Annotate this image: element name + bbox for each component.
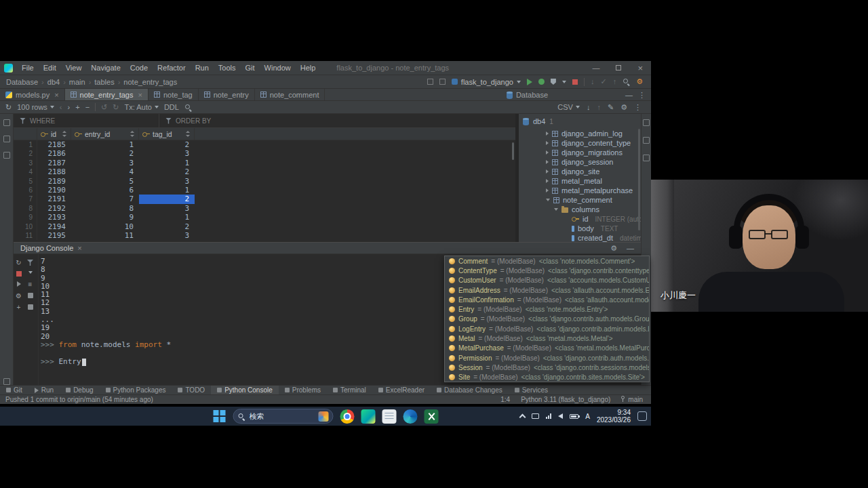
table-row[interactable]: 6219061 <box>14 186 515 195</box>
cell-id[interactable]: 2185 <box>37 140 71 149</box>
table-row[interactable]: 8219283 <box>14 204 515 213</box>
cell-entry-id[interactable]: 6 <box>71 186 139 195</box>
chevron-right-icon[interactable] <box>546 160 549 164</box>
order-by-filter[interactable]: ORDER BY <box>159 114 217 127</box>
next-page-icon[interactable]: › <box>68 104 71 111</box>
history-icon[interactable] <box>28 304 33 310</box>
scroll-down-icon[interactable] <box>28 271 33 274</box>
close-console-icon[interactable]: × <box>77 244 81 252</box>
chevron-right-icon[interactable] <box>546 131 549 136</box>
search-everywhere-icon[interactable] <box>623 78 630 85</box>
tab-note_entry[interactable]: note_entry <box>199 89 255 100</box>
cell-id[interactable]: 2187 <box>37 159 71 167</box>
tree-column-created_dt[interactable]: created_dtdatetime <box>519 233 641 242</box>
battery-icon[interactable] <box>570 414 578 419</box>
completion-item[interactable]: Site= (ModelBase)<class 'django.contrib.… <box>445 373 649 382</box>
taskbar-clock[interactable]: 9:34 2023/03/26 <box>597 409 631 424</box>
completion-item[interactable]: Session= (ModelBase)<class 'django.contr… <box>445 363 649 372</box>
transaction-mode-dropdown[interactable]: Tx: Auto <box>125 103 159 111</box>
settings-gear-icon[interactable]: ⚙ <box>636 78 643 85</box>
commit-icon[interactable]: ✓ <box>600 78 606 85</box>
chevron-right-icon[interactable] <box>546 169 549 174</box>
cell-id[interactable]: 2191 <box>37 195 71 203</box>
cell-id[interactable]: 2188 <box>37 167 71 176</box>
resume-icon[interactable] <box>17 281 21 287</box>
menu-git[interactable]: Git <box>241 64 260 72</box>
tree-column-id[interactable]: idINTEGER (auto incre <box>519 214 641 224</box>
completion-item[interactable]: Metal= (ModelBase)<class 'metal.models.M… <box>445 333 649 343</box>
start-button[interactable] <box>213 409 226 423</box>
tree-table-django_admin_log[interactable]: django_admin_log <box>519 129 641 138</box>
database-root[interactable]: db4 1 <box>519 114 641 129</box>
toolwindow-button-problems[interactable]: Problems <box>279 386 327 394</box>
completion-item[interactable]: CustomUser= (ModelBase)<class 'accounts.… <box>445 276 649 285</box>
table-row[interactable]: 1218512 <box>14 140 515 149</box>
completion-item[interactable]: ContentType= (ModelBase)<class 'django.c… <box>445 266 649 275</box>
display-tray-icon[interactable] <box>532 413 539 419</box>
console-gear-icon[interactable]: ⚙ <box>16 293 22 300</box>
tree-table-metal_metal[interactable]: metal_metal <box>519 176 641 186</box>
completion-item[interactable]: MetalPurchase= (ModelBase)<class 'metal.… <box>445 344 649 353</box>
toolwindow-button-run[interactable]: Run <box>28 386 60 394</box>
close-icon[interactable]: × <box>637 63 643 73</box>
minimize-console-icon[interactable]: — <box>627 245 634 252</box>
menu-run[interactable]: Run <box>191 64 214 72</box>
panel-options-icon[interactable]: ⋮ <box>638 92 646 99</box>
menu-view[interactable]: View <box>61 64 87 72</box>
tab-note_comment[interactable]: note_comment <box>255 89 326 100</box>
table-row[interactable]: 3218731 <box>14 159 515 167</box>
cell-id[interactable]: 2195 <box>37 231 71 240</box>
project-toolwindow-icon[interactable] <box>3 119 10 126</box>
table-row[interactable]: 102194102 <box>14 222 515 231</box>
tree-columns-node[interactable]: columns <box>519 205 641 214</box>
table-row[interactable]: 5218953 <box>14 177 515 186</box>
stop-button[interactable] <box>572 79 578 85</box>
toolwindow-button-database-changes[interactable]: Database Changes <box>431 386 509 394</box>
grid-more-icon[interactable]: ⋮ <box>634 104 642 111</box>
cell-entry-id[interactable]: 8 <box>71 204 139 213</box>
cell-tag-id[interactable]: 3 <box>139 149 195 158</box>
cell-tag-id[interactable]: 2 <box>139 140 195 149</box>
cell-tag-id[interactable]: 1 <box>139 186 195 195</box>
cell-entry-id[interactable]: 2 <box>71 149 139 158</box>
run-button[interactable] <box>527 79 532 85</box>
cell-tag-id[interactable]: 2 <box>139 222 195 231</box>
tree-table-django_site[interactable]: django_site <box>519 167 641 176</box>
console-settings-icon[interactable]: ⚙ <box>610 245 617 252</box>
notification-center-icon[interactable] <box>637 411 647 421</box>
export-data-icon[interactable]: ↓ <box>587 104 591 111</box>
previous-page-icon[interactable]: ‹ <box>60 104 62 111</box>
toolwindow-button-excelreader[interactable]: ExcelReader <box>372 386 431 394</box>
toolwindow-button-python-packages[interactable]: Python Packages <box>100 386 172 394</box>
sort-icon[interactable] <box>130 131 135 137</box>
pycharm-taskbar-icon[interactable] <box>361 409 376 424</box>
sort-icon[interactable] <box>186 131 191 137</box>
excel-taskbar-icon[interactable] <box>425 409 439 424</box>
cell-id[interactable]: 2186 <box>37 149 71 158</box>
variables-icon[interactable] <box>28 293 33 298</box>
close-tab-icon[interactable]: × <box>138 91 142 99</box>
cell-id[interactable]: 2194 <box>37 222 71 231</box>
breadcrumb-item[interactable]: note_entry_tags <box>123 78 178 86</box>
export-format-dropdown[interactable]: CSV <box>557 103 580 111</box>
chevron-right-icon[interactable] <box>546 150 549 155</box>
more-run-options-icon[interactable] <box>562 81 566 83</box>
structure-toolwindow-icon[interactable] <box>3 152 10 159</box>
tree-table-note_comment[interactable]: note_comment <box>519 195 641 205</box>
toolwindow-button-services[interactable]: Services <box>509 386 554 394</box>
console-tab[interactable]: Django Console × <box>14 243 89 253</box>
cell-tag-id[interactable]: 2 <box>139 167 195 176</box>
cell-entry-id[interactable]: 3 <box>71 159 139 167</box>
stop-icon[interactable] <box>16 271 22 277</box>
taskbar-search[interactable]: 検索 <box>233 409 334 424</box>
cell-id[interactable]: 2189 <box>37 177 71 186</box>
update-project-icon[interactable]: ↓ <box>591 78 595 85</box>
completion-item[interactable]: LogEntry= (ModelBase)<class 'django.cont… <box>445 324 649 333</box>
cell-entry-id[interactable]: 11 <box>71 231 139 240</box>
completion-item[interactable]: Group= (ModelBase)<class 'django.contrib… <box>445 314 649 324</box>
cell-id[interactable]: 2193 <box>37 213 71 222</box>
run-configuration-select[interactable]: flask_to_django <box>452 78 521 86</box>
import-data-icon[interactable]: ↑ <box>597 104 601 111</box>
edge-taskbar-icon[interactable] <box>403 409 418 424</box>
rerun-icon[interactable]: ↻ <box>16 260 21 266</box>
